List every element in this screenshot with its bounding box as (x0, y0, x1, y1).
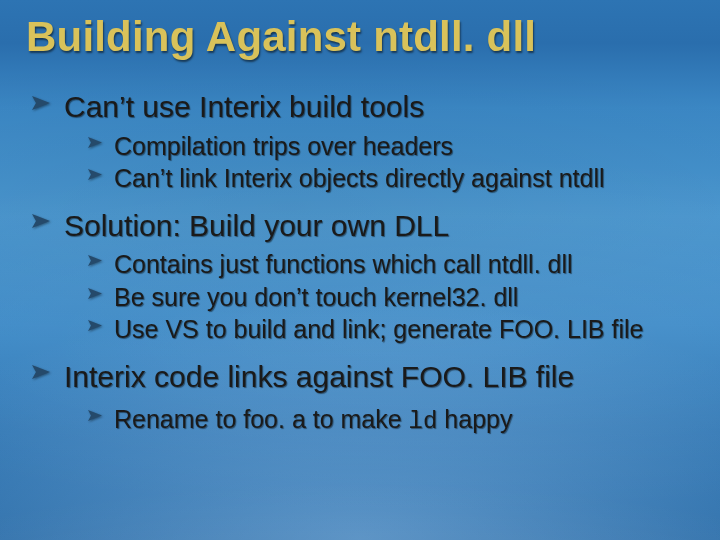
slide: Building Against ntdll. dll Can’t use In… (0, 0, 720, 540)
arrow-icon (88, 288, 102, 299)
bullet-text: Rename to foo. a to make ld happy (114, 404, 512, 436)
arrow-icon (32, 365, 50, 379)
svg-marker-5 (88, 288, 102, 299)
slide-title: Building Against ntdll. dll (26, 14, 694, 59)
svg-marker-0 (32, 96, 50, 110)
svg-marker-8 (88, 410, 102, 421)
svg-marker-1 (88, 137, 102, 148)
bullet-text: Be sure you don’t touch kernel32. dll (114, 282, 518, 313)
svg-marker-3 (32, 214, 50, 228)
bullet-level2: Can’t link Interix objects directly agai… (88, 163, 694, 194)
bullet-level1: Can’t use Interix build tools (32, 89, 694, 124)
bullet-text: Interix code links against FOO. LIB file (64, 359, 574, 394)
svg-marker-4 (88, 255, 102, 266)
arrow-icon (32, 96, 50, 110)
bullet-text-pre: Rename to foo. a to make (114, 405, 409, 433)
arrow-icon (88, 137, 102, 148)
bullet-text: Use VS to build and link; generate FOO. … (114, 314, 643, 345)
bullet-text-post: happy (437, 405, 512, 433)
arrow-icon (32, 214, 50, 228)
code-ld: ld (409, 408, 438, 435)
bullet-text: Can’t link Interix objects directly agai… (114, 163, 605, 194)
bullet-level2: Use VS to build and link; generate FOO. … (88, 314, 694, 345)
svg-marker-6 (88, 320, 102, 331)
bullet-text: Contains just functions which call ntdll… (114, 249, 573, 280)
bullet-text: Can’t use Interix build tools (64, 89, 424, 124)
bullet-level1: Interix code links against FOO. LIB file (32, 359, 694, 394)
arrow-icon (88, 410, 102, 421)
arrow-icon (88, 320, 102, 331)
bullet-level2: Rename to foo. a to make ld happy (88, 404, 694, 436)
bullet-text: Solution: Build your own DLL (64, 208, 449, 243)
bullet-level1: Solution: Build your own DLL (32, 208, 694, 243)
bullet-level2: Compilation trips over headers (88, 131, 694, 162)
svg-marker-7 (32, 365, 50, 379)
arrow-icon (88, 169, 102, 180)
bullet-level2: Contains just functions which call ntdll… (88, 249, 694, 280)
bullet-text: Compilation trips over headers (114, 131, 453, 162)
bullet-level2: Be sure you don’t touch kernel32. dll (88, 282, 694, 313)
svg-marker-2 (88, 169, 102, 180)
arrow-icon (88, 255, 102, 266)
